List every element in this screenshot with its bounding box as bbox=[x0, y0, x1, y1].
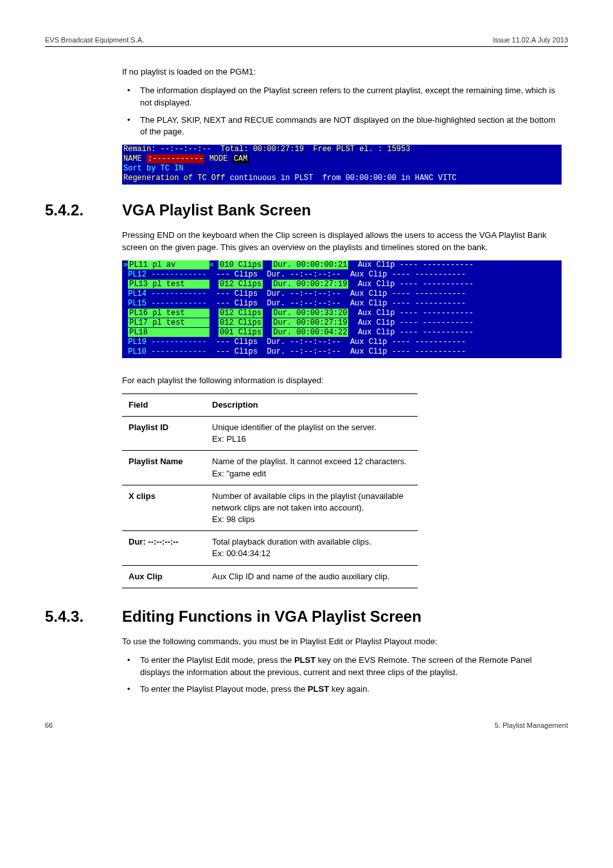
heading-542-title: VGA Playlist Bank Screen bbox=[122, 201, 311, 219]
sec543-para: To use the following commands, you must … bbox=[122, 636, 562, 648]
field-name: X clips bbox=[122, 485, 206, 531]
heading-542-num: 5.4.2. bbox=[45, 201, 122, 219]
field-desc: Aux Clip ID and name of the audio auxili… bbox=[206, 565, 418, 588]
header-right: Issue 11.02.A July 2013 bbox=[493, 36, 568, 44]
list-item: To enter the Playlist Edit mode, press t… bbox=[122, 655, 562, 679]
fields-header-field: Field bbox=[122, 393, 206, 416]
page-header: EVS Broadcast Equipment S.A. Issue 11.02… bbox=[45, 36, 568, 47]
field-name: Dur: --:--:--:-- bbox=[122, 531, 206, 565]
field-desc: Number of available clips in the playlis… bbox=[206, 485, 418, 531]
header-left: EVS Broadcast Equipment S.A. bbox=[45, 36, 144, 44]
table-row: Aux ClipAux Clip ID and name of the audi… bbox=[122, 565, 418, 588]
intro-lead: If no playlist is loaded on the PGM1: bbox=[122, 66, 562, 78]
field-name: Aux Clip bbox=[122, 565, 206, 588]
intro-bullet-1: The information displayed on the Playlis… bbox=[122, 85, 562, 109]
table-row: Playlist IDUnique identifier of the play… bbox=[122, 416, 418, 450]
heading-542: 5.4.2. VGA Playlist Bank Screen bbox=[45, 201, 568, 219]
terminal-panel-bank: »PL11 pl av « 010 Clips Dur. 00:00:00:21… bbox=[122, 260, 562, 358]
heading-543: 5.4.3. Editing Functions in VGA Playlist… bbox=[45, 608, 568, 626]
field-name: Playlist ID bbox=[122, 416, 206, 450]
field-desc: Total playback duration with available c… bbox=[206, 531, 418, 565]
list-item: To enter the Playlist Playout mode, pres… bbox=[122, 683, 562, 696]
field-desc: Name of the playlist. It cannot exceed 1… bbox=[206, 451, 418, 485]
fields-header-desc: Description bbox=[206, 393, 418, 416]
field-name: Playlist Name bbox=[122, 451, 206, 485]
fields-table: Field Description Playlist IDUnique iden… bbox=[122, 393, 418, 588]
heading-543-num: 5.4.3. bbox=[45, 608, 122, 626]
sec543-bullets: To enter the Playlist Edit mode, press t… bbox=[122, 655, 562, 696]
heading-543-title: Editing Functions in VGA Playlist Screen bbox=[122, 608, 422, 626]
table-row: Playlist NameName of the playlist. It ca… bbox=[122, 451, 418, 485]
page-footer: 66 5. Playlist Management bbox=[45, 721, 568, 729]
intro-bullets: The information displayed on the Playlis… bbox=[122, 85, 562, 138]
table-row: X clipsNumber of available clips in the … bbox=[122, 485, 418, 531]
footer-section: 5. Playlist Management bbox=[495, 721, 568, 729]
footer-page-num: 66 bbox=[45, 721, 53, 729]
table-row: Dur: --:--:--:--Total playback duration … bbox=[122, 531, 418, 565]
field-desc: Unique identifier of the playlist on the… bbox=[206, 416, 418, 450]
terminal-panel-status: Remain: --:--:--:-- Total: 00:00:27:19 F… bbox=[122, 145, 562, 185]
intro-bullet-2: The PLAY, SKIP, NEXT and RECUE commands … bbox=[122, 114, 562, 139]
panel2-caption: For each playlist the following informat… bbox=[122, 375, 562, 387]
sec542-para: Pressing END on the keyboard when the Cl… bbox=[122, 230, 562, 254]
